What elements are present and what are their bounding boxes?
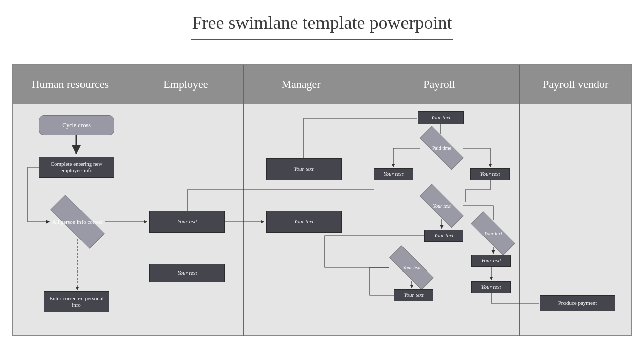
pay-decision-3: Your text [470, 220, 516, 247]
lane-headers: Human resources Employee Manager Payroll… [13, 65, 631, 104]
hr-complete-info: Complete entering new employee info [39, 157, 114, 178]
lane-body-row: Cycle cross Complete entering new employ… [13, 104, 631, 336]
pay-decision-paid-time: Paid time [419, 134, 464, 162]
emp-box-2: Your text [149, 264, 225, 282]
pay-left-1: Your text [374, 168, 413, 180]
swimlane-container: Human resources Employee Manager Payroll… [12, 64, 632, 336]
pay-top-box: Your text [418, 111, 464, 124]
pay-decision-2: Your text [419, 192, 464, 220]
pay-box-4: Your text [394, 289, 433, 301]
page-title: Free swimlane template powerpoint [0, 0, 644, 33]
mgr-box-1: Your text [266, 158, 342, 180]
pay-box-3: Your text [471, 255, 511, 267]
lane-header-payroll-vendor: Payroll vendor [520, 65, 631, 104]
lane-header-employee: Employee [128, 65, 244, 104]
title-underline [191, 39, 453, 40]
pay-box-5: Your text [471, 281, 511, 293]
hr-decision-all-correct: All person info correct [50, 205, 105, 239]
vend-produce-payment: Produce payment [540, 295, 615, 311]
start-cycle-cross: Cycle cross [39, 115, 114, 135]
lane-header-hr: Human resources [13, 65, 128, 104]
mgr-box-2: Your text [266, 211, 342, 233]
hr-enter-corrected: Enter corrected personal info [44, 291, 109, 312]
pay-right-1: Your text [470, 168, 510, 180]
lane-header-payroll: Payroll [359, 65, 520, 104]
pay-decision-4: Your text [389, 254, 434, 282]
pay-mid-box: Your text [424, 230, 463, 242]
emp-box-1: Your text [149, 211, 225, 233]
lane-header-manager: Manager [244, 65, 359, 104]
